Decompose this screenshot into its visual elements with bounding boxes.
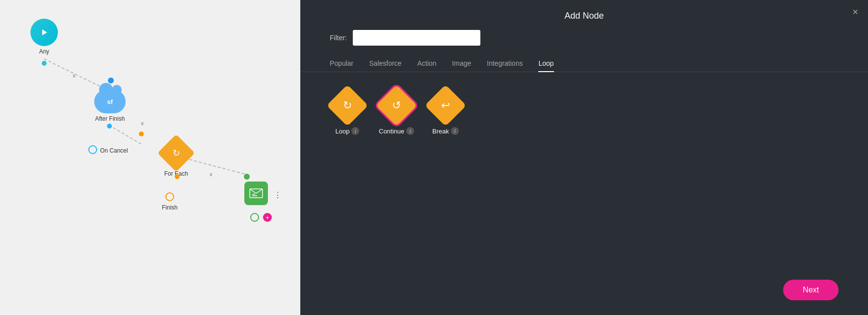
email-bottom-connectors: + [250, 213, 272, 222]
svg-line-2 [189, 159, 245, 174]
email-more-menu[interactable]: ⋮ [274, 190, 282, 200]
node-sf-label: After Finish [95, 115, 125, 122]
svg-line-0 [44, 59, 109, 91]
tab-popular[interactable]: Popular [330, 55, 353, 72]
grid-node-break[interactable]: ↩ Break i [428, 88, 463, 135]
node-email[interactable] [244, 182, 268, 205]
break-info-badge[interactable]: i [451, 127, 459, 135]
tab-action[interactable]: Action [417, 55, 436, 72]
break-icon: ↩ [441, 99, 450, 112]
x-label-1: x [73, 73, 76, 79]
x-label-3: x [210, 171, 212, 177]
add-node-panel: × Add Node Filter: Popular Salesforce Ac… [300, 0, 868, 315]
node-any[interactable]: Any [30, 19, 58, 55]
loop-info-badge[interactable]: i [351, 127, 359, 135]
grid-node-continue[interactable]: ↺ Continue i [379, 88, 414, 135]
svg-line-6 [256, 189, 262, 193]
workflow-canvas: x x x Any sf After Finish On Cancel [0, 0, 300, 315]
continue-icon: ↺ [392, 99, 401, 112]
close-button[interactable]: × [852, 7, 858, 17]
node-finish: Finish [162, 192, 178, 211]
node-for-each[interactable]: ↻ For Each [163, 140, 189, 177]
email-icon [249, 188, 263, 198]
add-node-button[interactable]: + [263, 213, 272, 222]
svg-marker-3 [42, 29, 47, 35]
tab-loop[interactable]: Loop [538, 55, 553, 72]
connector-dot-any [42, 61, 47, 66]
filter-row: Filter: [300, 30, 868, 55]
loop-node-icon: ↻ [330, 88, 365, 123]
play-icon [38, 26, 50, 38]
loop-node-label: Loop i [336, 127, 360, 135]
node-finish-label: Finish [162, 204, 178, 211]
node-grid: ↻ Loop i ↺ Continue i ↩ [300, 72, 868, 151]
break-node-label: Break i [432, 127, 459, 135]
continue-node-label: Continue i [379, 127, 414, 135]
grid-node-loop[interactable]: ↻ Loop i [330, 88, 365, 135]
svg-line-1 [109, 125, 142, 145]
continue-diamond: ↺ [376, 85, 418, 127]
node-any-label: Any [39, 48, 50, 55]
filter-label: Filter: [330, 34, 347, 42]
cloud-label: sf [107, 98, 113, 105]
x-label-2: x [141, 120, 144, 126]
node-on-cancel: On Cancel [88, 145, 128, 154]
next-button[interactable]: Next [783, 280, 839, 300]
break-diamond: ↩ [425, 85, 467, 127]
loop-diamond: ↻ [327, 85, 368, 127]
tabs-container: Popular Salesforce Action Image Integrat… [300, 55, 868, 72]
loop-icon: ↻ [343, 99, 352, 112]
tab-salesforce[interactable]: Salesforce [369, 55, 401, 72]
connector-dot-mid [108, 78, 114, 83]
connector-dot-green [244, 174, 250, 180]
node-salesforce[interactable]: sf After Finish [94, 90, 126, 122]
connector-dot-for-each-bottom [175, 174, 180, 179]
connector-dot-sf [107, 124, 112, 129]
connector-dot-orange [139, 131, 144, 136]
break-node-icon: ↩ [428, 88, 463, 123]
continue-info-badge[interactable]: i [406, 127, 414, 135]
svg-line-5 [250, 189, 256, 193]
filter-input[interactable] [353, 30, 480, 46]
continue-node-icon: ↺ [379, 88, 414, 123]
tab-image[interactable]: Image [452, 55, 471, 72]
tab-integrations[interactable]: Integrations [487, 55, 523, 72]
panel-title: Add Node [300, 0, 868, 30]
node-on-cancel-label: On Cancel [100, 147, 128, 154]
